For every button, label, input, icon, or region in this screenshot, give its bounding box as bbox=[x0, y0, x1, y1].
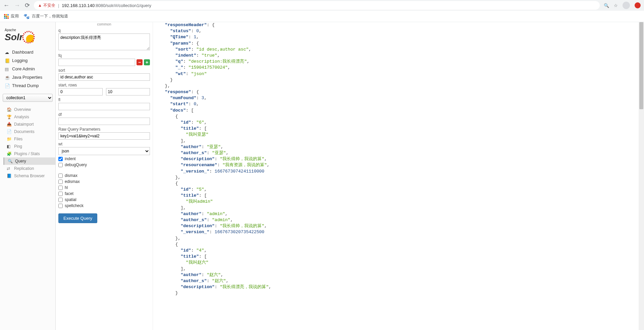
spellcheck-label: spellcheck bbox=[65, 203, 84, 208]
sort-input[interactable] bbox=[58, 73, 150, 81]
sun-icon bbox=[23, 32, 34, 42]
q-label: q bbox=[58, 28, 150, 33]
edismax-label: edismax bbox=[65, 179, 80, 184]
df-input[interactable] bbox=[58, 118, 150, 125]
import-icon: 📥 bbox=[7, 122, 11, 127]
subnav-query[interactable]: 🔍Query bbox=[3, 157, 55, 165]
insecure-warning: ▲ 不安全 bbox=[38, 3, 55, 8]
replication-icon: ⇄ bbox=[7, 166, 11, 171]
fq-input[interactable] bbox=[58, 59, 135, 66]
paw-icon: 🐾 bbox=[23, 13, 30, 19]
profile-avatar[interactable] bbox=[623, 2, 630, 9]
browser-toolbar: ← → ⟳ ▲ 不安全 | 192.168.110.140:8080/solr/… bbox=[0, 0, 644, 11]
dismax-label: dismax bbox=[65, 173, 77, 178]
scroll-thumb[interactable] bbox=[639, 22, 643, 109]
startrows-label: start, rows bbox=[58, 83, 150, 87]
search-in-page-icon[interactable]: 🔍 bbox=[604, 3, 609, 8]
back-icon[interactable]: ← bbox=[3, 2, 9, 8]
schema-icon: 📘 bbox=[7, 174, 11, 178]
dismax-checkbox[interactable] bbox=[58, 174, 63, 178]
start-input[interactable] bbox=[58, 88, 103, 95]
gauge-icon: ☁ bbox=[5, 50, 9, 55]
debug-label: debugQuery bbox=[65, 162, 87, 167]
common-header: common bbox=[58, 22, 150, 26]
stack-icon: ▤ bbox=[5, 67, 9, 71]
query-form: common q description:我长得漂亮 fq − + sort s… bbox=[56, 22, 153, 330]
folder-icon: 📁 bbox=[7, 137, 11, 141]
debug-checkbox[interactable] bbox=[58, 163, 63, 167]
raw-params-label: Raw Query Parameters bbox=[58, 127, 150, 132]
search-icon: 🔍 bbox=[8, 159, 12, 163]
subnav-documents[interactable]: 📄Documents bbox=[3, 128, 55, 135]
nav-thread-dump[interactable]: 📄Thread Dump bbox=[0, 81, 55, 90]
scrollbar[interactable] bbox=[639, 22, 644, 330]
fl-input[interactable] bbox=[58, 103, 150, 110]
wt-select[interactable]: json bbox=[58, 147, 150, 155]
fq-add-button[interactable]: + bbox=[144, 59, 150, 65]
log-icon: 📒 bbox=[5, 58, 9, 63]
nav-logging[interactable]: 📒Logging bbox=[0, 56, 55, 65]
hl-checkbox[interactable] bbox=[58, 186, 63, 190]
sort-label: sort bbox=[58, 68, 150, 73]
solr-logo: Apache Solr bbox=[0, 25, 55, 48]
subnav-replication[interactable]: ⇄Replication bbox=[3, 165, 55, 172]
subnav-plugins[interactable]: 🧩Plugins / Stats bbox=[3, 150, 55, 157]
subnav-schema[interactable]: 📘Schema Browser bbox=[3, 172, 55, 180]
spatial-label: spatial bbox=[65, 197, 76, 202]
extension-icon[interactable] bbox=[635, 2, 641, 8]
ping-icon: ◧ bbox=[7, 144, 11, 149]
sidebar: Apache Solr ☁Dashboard 📒Logging ▤Core Ad… bbox=[0, 22, 56, 330]
home-icon: 🏠 bbox=[7, 107, 11, 112]
core-selector[interactable]: collection1 bbox=[3, 94, 53, 102]
subnav-files[interactable]: 📁Files bbox=[3, 135, 55, 143]
subnav-overview[interactable]: 🏠Overview bbox=[3, 106, 55, 113]
jar-icon: ☕ bbox=[5, 75, 9, 80]
facet-label: facet bbox=[65, 191, 73, 196]
forward-icon[interactable]: → bbox=[14, 2, 20, 8]
response-viewer: "responseHeader": { "status": 0, "QTime"… bbox=[153, 22, 639, 330]
raw-params-input[interactable] bbox=[58, 132, 150, 140]
q-input[interactable]: description:我长得漂亮 bbox=[58, 34, 150, 50]
spellcheck-checkbox[interactable] bbox=[58, 204, 63, 208]
spatial-checkbox[interactable] bbox=[58, 198, 63, 202]
subnav-ping[interactable]: ◧Ping bbox=[3, 143, 55, 150]
subnav-analysis[interactable]: 🏆Analysis bbox=[3, 113, 55, 121]
nav-core-admin[interactable]: ▤Core Admin bbox=[0, 65, 55, 73]
edismax-checkbox[interactable] bbox=[58, 180, 63, 184]
url-text: 192.168.110.140:8080/solr/#/collection1/… bbox=[62, 3, 151, 8]
nav-dashboard[interactable]: ☁Dashboard bbox=[0, 48, 55, 56]
trophy-icon: 🏆 bbox=[7, 115, 11, 119]
rows-input[interactable] bbox=[106, 88, 150, 95]
facet-checkbox[interactable] bbox=[58, 192, 63, 196]
wt-label: wt bbox=[58, 142, 150, 146]
doc-icon: 📄 bbox=[7, 129, 11, 134]
address-bar[interactable]: ▲ 不安全 | 192.168.110.140:8080/solr/#/coll… bbox=[34, 1, 600, 10]
plugin-icon: 🧩 bbox=[7, 151, 11, 156]
apps-shortcut[interactable]: 应用 bbox=[4, 13, 19, 19]
thread-icon: 📄 bbox=[5, 83, 9, 88]
fl-label: fl bbox=[58, 97, 150, 102]
indent-checkbox[interactable] bbox=[58, 157, 63, 161]
hl-label: hl bbox=[65, 185, 68, 190]
fq-remove-button[interactable]: − bbox=[137, 59, 143, 65]
bookmark-baidu[interactable]: 🐾百度一下，你就知道 bbox=[23, 13, 68, 19]
execute-query-button[interactable]: Execute Query bbox=[58, 213, 97, 223]
indent-label: indent bbox=[65, 156, 76, 161]
df-label: df bbox=[58, 112, 150, 117]
fq-label: fq bbox=[58, 53, 150, 58]
bookmark-bar: 应用 🐾百度一下，你就知道 bbox=[0, 11, 644, 22]
subnav-dataimport[interactable]: 📥Dataimport bbox=[3, 121, 55, 128]
bookmark-star-icon[interactable]: ☆ bbox=[614, 3, 618, 8]
reload-icon[interactable]: ⟳ bbox=[25, 2, 30, 8]
nav-java-properties[interactable]: ☕Java Properties bbox=[0, 73, 55, 81]
